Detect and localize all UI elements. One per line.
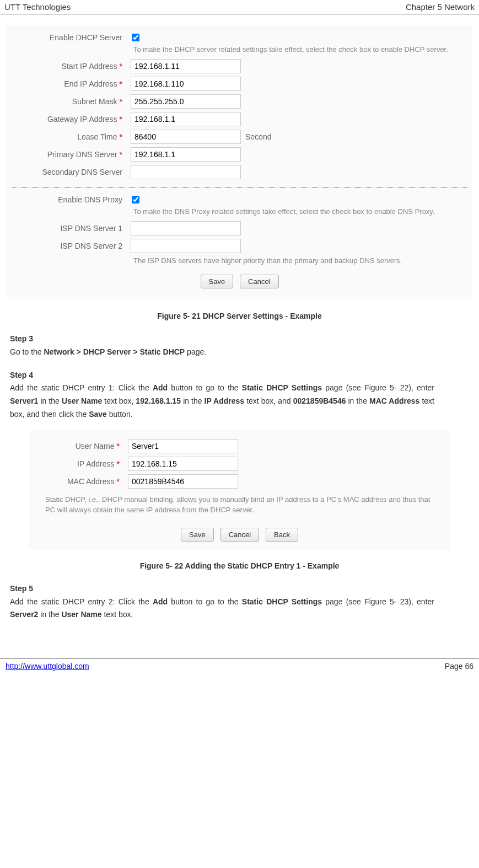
subnet-label: Subnet Mask (72, 97, 117, 106)
required-mark: * (117, 459, 120, 468)
cancel-button[interactable]: Cancel (240, 275, 278, 288)
primary-dns-label: Primary DNS Server (47, 150, 117, 159)
back-button[interactable]: Back (266, 528, 298, 542)
isp-dns2-input[interactable] (131, 239, 241, 253)
ip-address-input[interactable] (128, 457, 238, 471)
figure-2-caption: Figure 5- 22 Adding the Static DHCP Entr… (7, 561, 472, 570)
user-name-input[interactable] (128, 439, 238, 453)
page-footer: http://www.uttglobal.com Page 66 (0, 658, 479, 674)
step-4-text: Add the static DHCP entry 1: Click the A… (10, 382, 434, 421)
page-header: UTT Technologies Chapter 5 Network (0, 0, 479, 14)
enable-dns-proxy-label: Enable DNS Proxy (12, 195, 125, 204)
mac-address-input[interactable] (128, 474, 238, 489)
save-button-2[interactable]: Save (181, 528, 214, 542)
primary-dns-input[interactable] (131, 147, 241, 162)
save-button[interactable]: Save (201, 275, 234, 288)
enable-dhcp-label: Enable DHCP Server (12, 33, 125, 42)
required-mark: * (120, 97, 122, 106)
ip-address-label: IP Address (77, 459, 114, 468)
step-3-text: Go to the Network > DHCP Server > Static… (10, 346, 434, 359)
step-3: Step 3 Go to the Network > DHCP Server >… (10, 333, 469, 359)
dhcp-form-section: Enable DHCP Server To make the DHCP serv… (7, 25, 472, 299)
required-mark: * (120, 79, 122, 88)
step-5-label: Step 5 (10, 582, 50, 596)
step-4-label: Step 4 (10, 369, 50, 382)
footer-page: Page 66 (445, 662, 473, 671)
required-mark: * (117, 442, 120, 451)
start-ip-input[interactable] (131, 59, 241, 73)
enable-dns-proxy-help: To make the DNS Proxy related settings t… (133, 207, 467, 216)
secondary-dns-label: Secondary DNS Server (12, 168, 125, 176)
footer-url[interactable]: http://www.uttglobal.com (6, 662, 89, 671)
gateway-label: Gateway IP Address (47, 115, 117, 124)
enable-dhcp-help: To make the DHCP server related settings… (133, 45, 467, 53)
gateway-input[interactable] (131, 112, 241, 126)
enable-dns-proxy-checkbox[interactable] (132, 196, 139, 203)
header-left: UTT Technologies (4, 2, 71, 12)
step-3-label: Step 3 (10, 333, 50, 346)
end-ip-input[interactable] (131, 77, 241, 91)
isp-dns1-label: ISP DNS Server 1 (12, 224, 125, 233)
cancel-button-2[interactable]: Cancel (220, 528, 259, 542)
user-name-label: User Name (76, 442, 115, 451)
step-4: Step 4 Add the static DHCP entry 1: Clic… (10, 369, 469, 421)
static-dhcp-form: User Name* IP Address* MAC Address* Stat… (29, 431, 450, 549)
isp-dns-priority-help: The ISP DNS servers have higher priority… (133, 256, 467, 265)
required-mark: * (120, 150, 122, 159)
start-ip-label: Start IP Address (62, 62, 117, 71)
figure-1-caption: Figure 5- 21 DHCP Server Settings - Exam… (7, 312, 472, 320)
static-dhcp-help: Static DHCP, i.e., DHCP manual binding, … (34, 492, 445, 518)
step-5-text: Add the static DHCP entry 2: Click the A… (10, 596, 434, 622)
subnet-input[interactable] (131, 94, 241, 109)
lease-unit: Second (245, 132, 271, 141)
lease-input[interactable] (131, 130, 241, 144)
required-mark: * (120, 62, 122, 71)
end-ip-label: End IP Address (64, 79, 117, 88)
required-mark: * (120, 132, 122, 141)
divider (12, 187, 467, 187)
required-mark: * (120, 115, 122, 124)
header-right: Chapter 5 Network (406, 2, 475, 12)
isp-dns2-label: ISP DNS Server 2 (12, 242, 125, 250)
enable-dhcp-checkbox[interactable] (132, 34, 139, 41)
secondary-dns-input[interactable] (131, 165, 241, 179)
isp-dns1-input[interactable] (131, 221, 241, 235)
required-mark: * (117, 477, 120, 486)
step-5: Step 5 Add the static DHCP entry 2: Clic… (10, 582, 469, 621)
lease-label: Lease Time (77, 132, 117, 141)
mac-address-label: MAC Address (67, 477, 115, 486)
